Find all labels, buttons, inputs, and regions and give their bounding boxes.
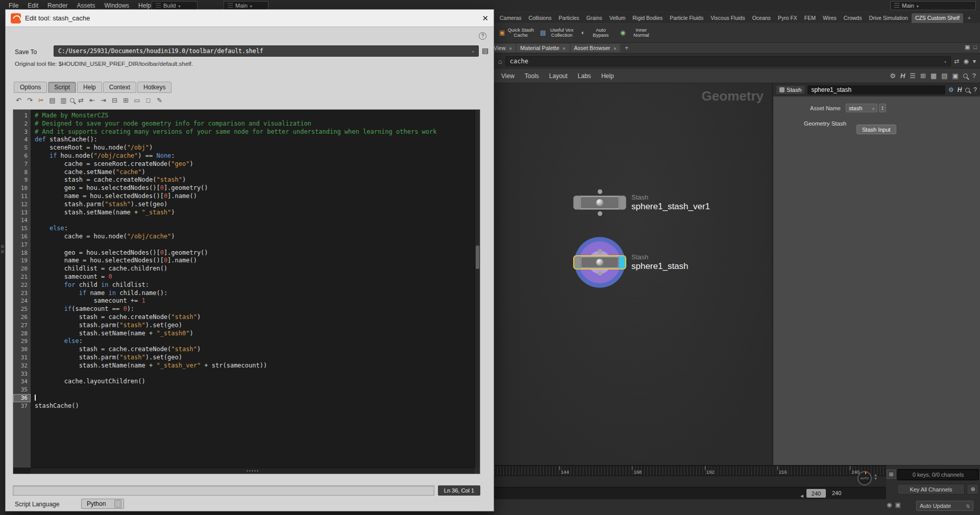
shelf-tab-drive-simulation[interactable]: Drive Simulation [865,13,911,23]
auto-keyframe-knob[interactable]: AUTO [857,471,872,485]
floating-window-icon[interactable]: ▭ [132,95,142,105]
desktop-tab-main-right[interactable]: Main [890,1,976,10]
node-body[interactable] [573,255,626,269]
menu-edit[interactable]: Edit [23,2,43,9]
tab-context[interactable]: Context [103,82,136,93]
shelf-tab-particles[interactable]: Particles [555,13,583,23]
shelf-tab-collisions[interactable]: Collisions [525,13,555,23]
add-pane-tab-button[interactable]: + [621,44,632,52]
redo-icon[interactable]: ↷ [25,95,35,105]
sliders-icon[interactable]: ☰ [910,72,916,80]
undo-icon[interactable]: ↶ [14,95,23,105]
cut-icon[interactable]: ✂ [36,95,46,105]
add-shelf-tab-button[interactable]: + [963,13,975,23]
help-icon[interactable]: ? [972,72,976,80]
network-menu-help[interactable]: Help [596,72,619,80]
grid-icon[interactable]: ⊞ [920,72,926,80]
close-icon[interactable] [562,45,566,51]
add-key-button[interactable]: ⊕ [967,484,979,495]
pane-tab-view[interactable]: View [494,44,516,52]
pane-split-icon[interactable]: ▣ [965,44,970,51]
shelf-tool-useful-vex-collection[interactable]: ▤Useful Vex Collection [540,28,575,38]
auto-update-dropdown[interactable]: Auto Update [916,501,973,511]
search-icon[interactable] [965,88,970,92]
input-connector[interactable] [598,189,602,194]
network-path-field[interactable]: cache [505,56,951,66]
houdini-badge-icon[interactable]: H [900,72,905,80]
code-editor[interactable]: 1# Made by MonsterCZS2# Designed to save… [13,109,480,474]
network-menu-view[interactable]: View [496,72,520,80]
tab-script[interactable]: Script [48,82,76,93]
vertical-scrollbar[interactable] [475,110,480,468]
input-connector[interactable] [598,249,602,254]
timeline-ruler[interactable]: 144168192216240 [494,465,886,476]
sync-icon[interactable]: ⇄ [954,58,959,65]
splitter-handle[interactable] [1,250,4,253]
current-frame-field[interactable]: 240 [806,489,826,498]
expand-icon[interactable]: ⊞ [121,95,131,105]
key-all-channels-button[interactable]: Key All Channels [897,484,965,495]
shift-right-icon[interactable]: ⇥ [99,95,108,105]
asset-name-spinner[interactable] [879,104,886,112]
shelf-tab-czs-custom-shelf[interactable]: CZS Custom Shelf [912,13,963,23]
menu-render[interactable]: Render [43,2,72,9]
collapse-icon[interactable]: ⊟ [110,95,119,105]
node-name-field[interactable]: sphere1_stash [807,85,945,94]
output-connector[interactable] [598,211,602,216]
network-menu-tools[interactable]: Tools [520,72,544,80]
wrench-icon[interactable]: ⚙ [890,72,896,80]
shelf-tool-auto-bypass[interactable]: ◐Auto Bypass [581,28,614,38]
pane-tab-material-palette[interactable]: Material Palette [517,44,569,52]
paste-icon[interactable]: ▥ [59,95,68,105]
node-flag-left[interactable] [574,196,580,209]
close-icon[interactable]: ✕ [482,14,488,23]
node-sphere1-stash-ver1[interactable]: Stashsphere1_stash_ver1 [573,195,626,210]
shelf-tab-oceans[interactable]: Oceans [749,13,774,23]
node-display-flag[interactable] [619,196,626,209]
scrollbar-thumb[interactable] [476,246,479,269]
shelf-tab-particle-fluids[interactable]: Particle Fluids [666,13,707,23]
channel-list-icon[interactable]: ⊞ [887,470,896,479]
search-icon[interactable] [963,73,968,78]
comment-icon[interactable]: □ [143,95,153,105]
tab-options[interactable]: Options [14,82,47,93]
network-editor[interactable]: Geometry Stashsphere1_stash_ver1Stashsph… [494,83,773,465]
gear-icon[interactable]: ⚙ [948,86,954,93]
node-flag-left[interactable] [574,256,581,268]
shelf-tool-inner-normal[interactable]: ◉Inner Normal [620,28,654,38]
parameter-node-tab[interactable]: Stash [776,86,804,94]
table-icon[interactable]: ▦ [930,72,937,80]
close-icon[interactable] [509,45,512,51]
menu-windows[interactable]: Windows [100,2,134,9]
save-to-field[interactable]: C:/Users/25931/Documents/houdini19.0/too… [54,45,479,57]
network-menu-labs[interactable]: Labs [573,72,596,80]
file-browser-icon[interactable]: ▤ [482,46,488,55]
tab-help[interactable]: Help [77,82,102,93]
chevron-down-icon[interactable] [472,47,474,55]
home-icon[interactable] [498,57,502,66]
shelf-tab-wires[interactable]: Wires [819,13,840,23]
shelf-tab-rigid-bodies[interactable]: Rigid Bodies [629,13,666,23]
scrollbar-grip[interactable] [246,470,259,473]
gallery-icon[interactable]: ▤ [941,72,947,80]
find-icon[interactable] [70,98,75,103]
pane-float-icon[interactable]: □ [973,44,977,51]
scope-toggle-icon[interactable]: ◉ [887,501,892,508]
shelf-tab-crowds[interactable]: Crowds [840,13,866,23]
stash-input-button[interactable]: Stash Input [856,125,896,134]
node-display-flag[interactable] [619,256,625,268]
shelf-tab-fem[interactable]: FEM [801,13,819,23]
shelf-tab-cameras[interactable]: Cameras [496,13,525,23]
network-menu-layout[interactable]: Layout [544,72,573,80]
script-language-dropdown[interactable]: Python [81,499,124,509]
output-connector[interactable] [598,271,602,276]
dialog-titlebar[interactable]: Edit tool: stash_cache ✕ [6,10,494,27]
asset-name-dropdown[interactable]: stash [846,104,877,112]
shelf-tab-grains[interactable]: Grains [583,13,606,23]
shelf-tab-viscous-fluids[interactable]: Viscous Fluids [707,13,749,23]
snapshot-icon[interactable]: ▣ [952,72,958,80]
shift-left-icon[interactable]: ⇤ [87,95,97,105]
splitter-handle[interactable] [1,245,4,248]
node-body[interactable] [573,195,626,210]
close-icon[interactable] [613,45,617,51]
